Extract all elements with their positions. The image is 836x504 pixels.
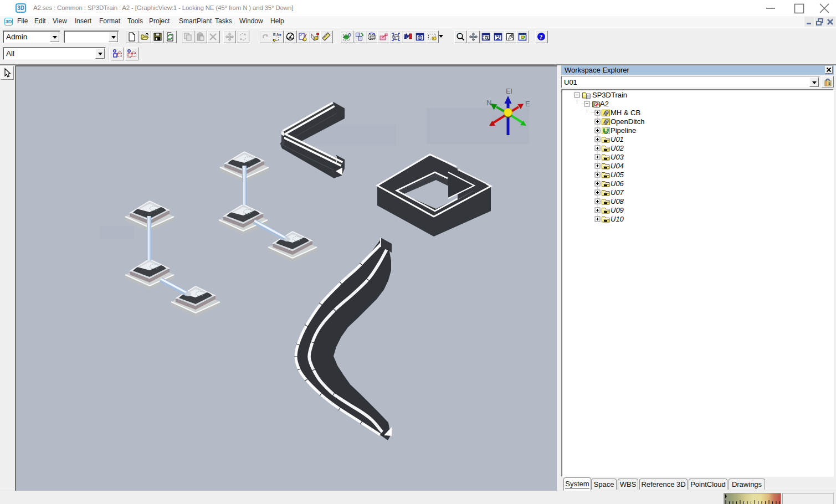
svg-text:U01: U01 bbox=[611, 135, 624, 143]
svg-text:E: E bbox=[525, 100, 530, 108]
svg-text:E,N: E,N bbox=[273, 33, 280, 37]
svg-text:OpenDitch: OpenDitch bbox=[611, 117, 644, 126]
svg-text:U05: U05 bbox=[611, 171, 624, 179]
svg-text:U06: U06 bbox=[611, 179, 624, 188]
svg-text:Pipeline: Pipeline bbox=[611, 126, 636, 135]
svg-text:?: ? bbox=[540, 33, 543, 41]
svg-text:U04: U04 bbox=[611, 162, 624, 170]
svg-text:El: El bbox=[506, 87, 512, 95]
svg-text:U08: U08 bbox=[611, 197, 624, 205]
svg-text:MH & CB: MH & CB bbox=[611, 109, 640, 117]
svg-text:N: N bbox=[486, 99, 491, 107]
svg-text:U07: U07 bbox=[611, 188, 624, 197]
svg-text:A2: A2 bbox=[600, 100, 609, 108]
svg-text:SP3DTrain: SP3DTrain bbox=[592, 91, 627, 99]
svg-text:U02: U02 bbox=[611, 144, 624, 152]
svg-text:U03: U03 bbox=[611, 153, 624, 161]
svg-text:U10: U10 bbox=[611, 215, 624, 223]
svg-text:U09: U09 bbox=[611, 206, 624, 214]
